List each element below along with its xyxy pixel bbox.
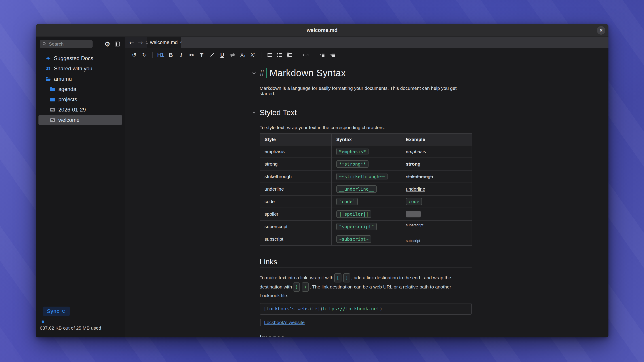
heading-rule — [260, 267, 472, 268]
syntax-chip: ~subscript~ — [336, 235, 371, 243]
tab-welcome-md[interactable]: 1 welcome.md × — [147, 37, 181, 48]
tab-nav-area: ← → — [125, 37, 147, 48]
sidebar-item-suggested-docs[interactable]: Suggested Docs — [38, 53, 122, 63]
settings-gear-icon[interactable]: ⚙ — [104, 40, 110, 48]
storage-usage-text: 637.62 KB out of 25 MB used — [40, 325, 101, 331]
link-syntax-codeblock: [Lockbook's website](https://lockbook.ne… — [260, 303, 472, 315]
todo-list-button[interactable] — [285, 50, 294, 59]
intro-paragraph: Markdown is a language for easily format… — [260, 86, 472, 96]
styled-text-heading-row: Styled Text — [260, 108, 608, 117]
sidebar-toggle-icon[interactable] — [114, 41, 120, 47]
table-row: code `code` code — [260, 195, 472, 208]
storage-usage-dot — [42, 321, 44, 323]
link-url-code: https://lockbook.net — [323, 306, 380, 312]
strikethrough-button[interactable]: Ŧ — [197, 50, 206, 59]
numbered-list-icon — [266, 52, 272, 58]
section-heading: Styled Text — [260, 108, 297, 117]
styled-text-intro: To style text, wrap your text in the cor… — [260, 125, 472, 130]
table-row: underline __underline__ underline — [260, 183, 472, 195]
undo-icon[interactable]: ↺ — [130, 50, 139, 59]
forward-arrow-icon[interactable]: → — [138, 39, 143, 46]
tab-strip: ← → 1 welcome.md × — [125, 37, 608, 48]
document-heading-row: # Markdown Syntax — [260, 67, 608, 79]
toolbar-separator — [314, 52, 314, 58]
sync-button[interactable]: Sync ↻ — [43, 307, 70, 316]
column-header: Example — [401, 134, 472, 145]
paren-close-chip: ) — [302, 283, 308, 292]
section-heading: Links — [260, 257, 277, 266]
syntax-chip: ^superscript^ — [336, 223, 377, 230]
window-titlebar: welcome.md × — [36, 24, 608, 37]
syntax-chip: **strong** — [336, 160, 368, 168]
underline-button[interactable]: U — [218, 50, 227, 59]
lockbook-website-link[interactable]: Lockbook's website — [264, 320, 304, 325]
superscript-button[interactable]: X¹ — [249, 50, 258, 59]
subscript-button[interactable]: X₁ — [238, 50, 247, 59]
links-heading-row: Links — [260, 257, 608, 266]
redo-icon[interactable]: ↻ — [140, 50, 149, 59]
search-input[interactable]: Search — [40, 40, 92, 48]
syntax-chip: `code` — [336, 198, 358, 205]
sidebar-item-agenda[interactable]: agenda — [38, 84, 122, 94]
highlight-pen-button[interactable] — [208, 50, 216, 59]
sidebar-item-amumu[interactable]: amumu — [38, 74, 122, 84]
bracket-open-chip: [ — [334, 273, 341, 283]
app-window: welcome.md × Search ⚙ Suggested Docs — [36, 24, 608, 338]
superscript-example: superscript — [406, 223, 423, 227]
heading-1-button[interactable]: H1 — [156, 50, 165, 59]
table-row: strikethrough ~~strikethrough~~ striketh… — [260, 170, 472, 183]
svg-text:M: M — [51, 109, 53, 111]
spoiler-eye-off-button[interactable] — [228, 50, 237, 59]
strong-example: strong — [406, 161, 420, 166]
toolbar-separator — [261, 52, 262, 58]
syntax-chip: *emphasis* — [336, 148, 368, 155]
italic-button[interactable]: I — [177, 50, 186, 59]
collapse-chevron-icon[interactable] — [252, 110, 256, 115]
text-cursor — [266, 68, 266, 78]
folder-icon — [50, 96, 56, 102]
refresh-icon: ↻ — [62, 309, 66, 314]
tab-strip-empty — [181, 37, 608, 48]
spoiler-hidden-box[interactable] — [406, 211, 420, 217]
indent-button[interactable] — [318, 50, 326, 59]
sparkle-icon — [45, 55, 51, 61]
tab-number: 1 — [146, 40, 148, 45]
sidebar-item-2026-01-29[interactable]: M 2026-01-29 — [38, 105, 122, 115]
styled-text-table: Style Syntax Example emphasis *emphasis*… — [260, 133, 472, 246]
column-header: Syntax — [332, 134, 401, 145]
bracket-close-chip: ] — [343, 273, 350, 283]
emphasis-example: emphasis — [406, 149, 426, 154]
sidebar-item-shared-with-you[interactable]: Shared with you — [38, 63, 122, 74]
collapse-chevron-icon[interactable] — [252, 71, 256, 75]
folder-icon — [50, 86, 56, 92]
heading-rule — [260, 118, 472, 118]
inline-code-button[interactable]: <> — [187, 50, 196, 59]
people-icon — [45, 66, 51, 71]
indent-icon — [319, 52, 325, 58]
paren-open-chip: ( — [293, 283, 300, 292]
back-arrow-icon[interactable]: ← — [129, 39, 134, 46]
table-header-row: Style Syntax Example — [260, 134, 472, 145]
window-close-button[interactable]: × — [597, 26, 605, 35]
outdent-button[interactable] — [328, 50, 337, 59]
bullet-list-button[interactable] — [275, 50, 284, 59]
formatting-toolbar: ↺ ↻ H1 B I <> Ŧ U X₁ X¹ — [125, 48, 608, 62]
table-row: subscript ~subscript~ subscript — [260, 233, 472, 245]
table-row: strong **strong** strong — [260, 158, 472, 170]
tab-title: welcome.md — [150, 39, 178, 45]
syntax-chip: ~~strikethrough~~ — [336, 173, 388, 180]
markdown-editor[interactable]: # Markdown Syntax Markdown is a language… — [125, 62, 608, 337]
numbered-list-button[interactable] — [265, 50, 274, 59]
column-header: Style — [260, 134, 332, 145]
strikethrough-example: strikethrough — [406, 174, 433, 179]
pen-icon — [209, 52, 215, 58]
table-row: emphasis *emphasis* emphasis — [260, 145, 472, 158]
sidebar-item-projects[interactable]: projects — [38, 94, 122, 105]
link-icon — [303, 52, 309, 58]
bullet-list-icon — [276, 52, 282, 58]
sidebar-item-welcome[interactable]: M welcome — [38, 115, 122, 125]
section-heading: Images — [260, 334, 285, 338]
link-button[interactable] — [302, 50, 310, 59]
document-title: Markdown Syntax — [270, 68, 346, 78]
bold-button[interactable]: B — [166, 50, 175, 59]
